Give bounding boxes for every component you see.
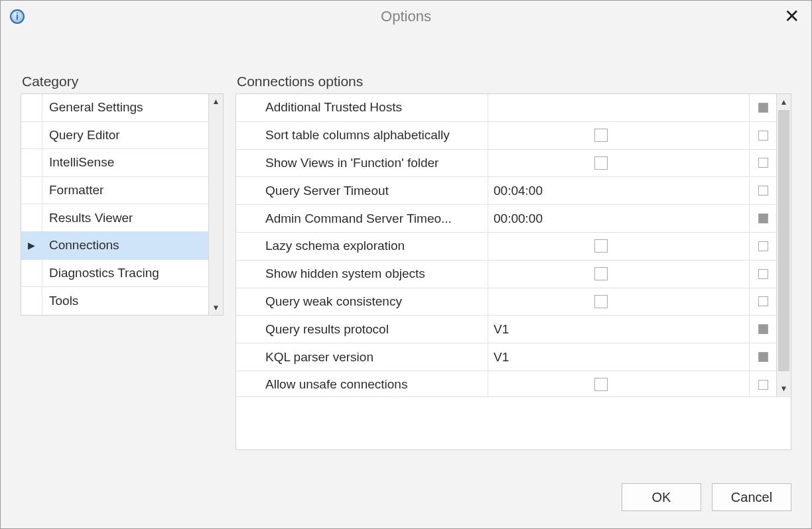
option-meta bbox=[750, 94, 776, 121]
option-label: Query weak consistency bbox=[236, 288, 488, 316]
option-meta bbox=[750, 122, 776, 149]
category-item[interactable]: Formatter bbox=[21, 177, 208, 205]
category-gutter bbox=[21, 94, 42, 121]
meta-box-icon bbox=[758, 186, 768, 196]
option-row[interactable]: Sort table columns alphabetically bbox=[236, 122, 776, 150]
option-value[interactable]: V1 bbox=[488, 316, 750, 343]
scroll-thumb[interactable] bbox=[778, 110, 789, 371]
category-label: Category bbox=[21, 74, 224, 89]
option-label: Additional Trusted Hosts bbox=[236, 94, 488, 121]
category-scrollbar[interactable]: ▲ ▼ bbox=[208, 94, 223, 315]
option-value[interactable] bbox=[488, 150, 750, 177]
option-row[interactable]: Query results protocolV1 bbox=[236, 316, 776, 343]
option-row[interactable]: Query Server Timeout00:04:00 bbox=[236, 177, 776, 205]
category-item[interactable]: Tools bbox=[21, 287, 208, 315]
options-column: Connections options Additional Trusted H… bbox=[236, 74, 791, 469]
option-row[interactable]: Admin Command Server Timeo...00:00:00 bbox=[236, 205, 776, 233]
scroll-down-icon[interactable]: ▼ bbox=[777, 381, 791, 396]
option-value[interactable]: V1 bbox=[488, 343, 750, 371]
category-item-label: IntelliSense bbox=[42, 149, 208, 176]
option-meta bbox=[750, 343, 776, 371]
option-row[interactable]: KQL parser versionV1 bbox=[236, 343, 776, 371]
checkbox[interactable] bbox=[594, 295, 608, 308]
option-value-text: V1 bbox=[494, 322, 509, 337]
option-value-text: 00:04:00 bbox=[494, 184, 543, 198]
checkbox[interactable] bbox=[594, 239, 608, 253]
scroll-up-icon[interactable]: ▲ bbox=[212, 94, 220, 109]
option-label: Query results protocol bbox=[236, 316, 488, 343]
option-label: Query Server Timeout bbox=[236, 177, 488, 204]
category-item[interactable]: IntelliSense bbox=[21, 149, 208, 177]
option-value[interactable] bbox=[488, 288, 750, 316]
checkbox[interactable] bbox=[594, 129, 608, 142]
option-meta bbox=[750, 261, 776, 288]
option-meta bbox=[750, 233, 776, 260]
option-row[interactable]: Additional Trusted Hosts bbox=[236, 94, 776, 122]
category-item-label: Diagnostics Tracing bbox=[42, 260, 208, 287]
category-gutter bbox=[21, 260, 42, 287]
scroll-up-icon[interactable]: ▲ bbox=[777, 94, 791, 110]
category-item[interactable]: Query Editor bbox=[21, 122, 208, 150]
category-item[interactable]: Results Viewer bbox=[21, 204, 208, 232]
options-list: Additional Trusted HostsSort table colum… bbox=[236, 94, 776, 396]
option-label: Show hidden system objects bbox=[236, 261, 488, 288]
options-footer bbox=[236, 396, 791, 449]
category-gutter bbox=[21, 177, 42, 204]
option-row[interactable]: Allow unsafe connections bbox=[236, 371, 776, 396]
category-gutter bbox=[21, 149, 42, 176]
option-label: Admin Command Server Timeo... bbox=[236, 205, 488, 232]
category-item-label: Query Editor bbox=[42, 122, 208, 149]
category-list: General SettingsQuery EditorIntelliSense… bbox=[21, 94, 208, 315]
ok-button[interactable]: OK bbox=[622, 483, 701, 511]
category-item-label: Formatter bbox=[42, 177, 208, 204]
option-label: Lazy schema exploration bbox=[236, 233, 488, 260]
options-label: Connections options bbox=[236, 74, 791, 89]
option-value[interactable] bbox=[488, 122, 750, 149]
options-scrollbar[interactable]: ▲ ▼ bbox=[776, 94, 791, 396]
meta-box-icon bbox=[758, 213, 768, 223]
dialog-title: Options bbox=[381, 8, 431, 25]
close-icon[interactable]: ✕ bbox=[784, 7, 799, 26]
option-meta bbox=[750, 177, 776, 204]
option-row[interactable]: Lazy schema exploration bbox=[236, 233, 776, 261]
option-value-text: V1 bbox=[494, 350, 509, 365]
category-item-label: Connections bbox=[42, 232, 208, 259]
option-label: Show Views in 'Function' folder bbox=[236, 150, 488, 177]
meta-box-icon bbox=[758, 158, 768, 168]
option-row[interactable]: Show Views in 'Function' folder bbox=[236, 150, 776, 178]
meta-box-icon bbox=[758, 324, 768, 334]
meta-box-icon bbox=[758, 269, 768, 279]
checkbox[interactable] bbox=[594, 378, 608, 391]
category-item[interactable]: General Settings bbox=[21, 94, 208, 122]
scroll-down-icon[interactable]: ▼ bbox=[212, 300, 220, 315]
dialog-content: Category General SettingsQuery EditorInt… bbox=[21, 74, 791, 469]
meta-box-icon bbox=[758, 380, 768, 390]
meta-box-icon bbox=[758, 241, 768, 251]
category-item[interactable]: Diagnostics Tracing bbox=[21, 260, 208, 288]
option-value[interactable]: 00:04:00 bbox=[488, 177, 750, 204]
category-item[interactable]: ▶Connections bbox=[21, 232, 208, 260]
option-row[interactable]: Show hidden system objects bbox=[236, 261, 776, 288]
option-value[interactable]: 00:00:00 bbox=[488, 205, 750, 232]
category-gutter bbox=[21, 122, 42, 149]
option-meta bbox=[750, 205, 776, 232]
option-value[interactable] bbox=[488, 371, 750, 396]
cancel-button[interactable]: Cancel bbox=[712, 483, 791, 511]
category-list-box: General SettingsQuery EditorIntelliSense… bbox=[21, 93, 224, 316]
option-value-text: 00:00:00 bbox=[494, 211, 543, 226]
option-value[interactable] bbox=[488, 94, 750, 121]
option-label: Sort table columns alphabetically bbox=[236, 122, 488, 149]
category-gutter bbox=[21, 204, 42, 231]
option-row[interactable]: Query weak consistency bbox=[236, 288, 776, 316]
category-item-label: Tools bbox=[42, 287, 208, 315]
option-meta bbox=[750, 316, 776, 343]
meta-box-icon bbox=[758, 352, 768, 362]
title-bar: i Options ✕ bbox=[1, 1, 811, 32]
category-column: Category General SettingsQuery EditorInt… bbox=[21, 74, 224, 469]
checkbox[interactable] bbox=[594, 267, 608, 280]
options-dialog: i Options ✕ Category General SettingsQue… bbox=[0, 0, 812, 529]
option-value[interactable] bbox=[488, 233, 750, 260]
option-label: Allow unsafe connections bbox=[236, 371, 488, 396]
option-value[interactable] bbox=[488, 261, 750, 288]
checkbox[interactable] bbox=[594, 156, 608, 170]
